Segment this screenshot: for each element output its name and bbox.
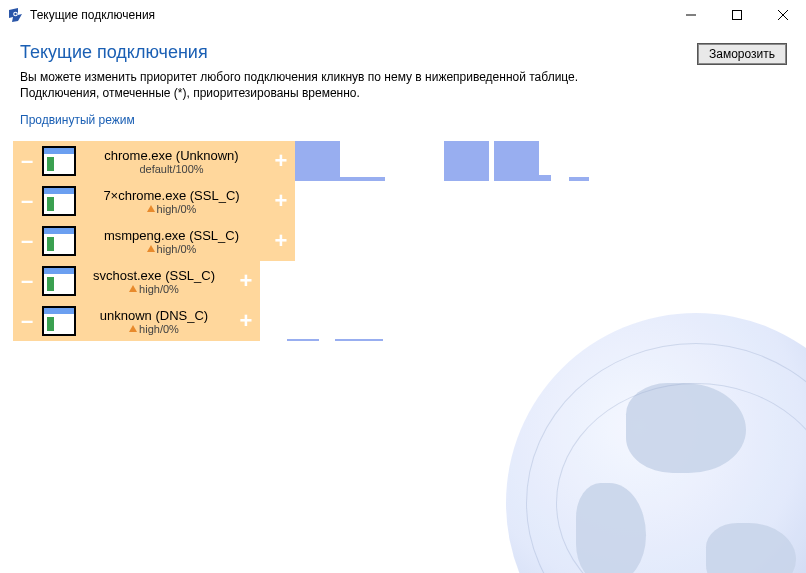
app-window-icon <box>41 181 76 221</box>
priority-down-button[interactable]: – <box>13 261 41 301</box>
connection-name: 7×chrome.exe (SSL_C) <box>103 188 239 203</box>
priority-up-button[interactable]: + <box>267 141 295 181</box>
connection-priority: high/0% <box>147 203 197 215</box>
traffic-bar <box>335 339 383 341</box>
description-line2: Подключения, отмеченные (*), приоритезир… <box>20 86 360 100</box>
priority-up-button[interactable]: + <box>267 221 295 261</box>
connection-label: unknown (DNS_C)high/0% <box>76 301 232 341</box>
connection-controls: –unknown (DNS_C)high/0%+ <box>13 301 260 341</box>
priority-down-button[interactable]: – <box>13 301 41 341</box>
connection-controls: –svchost.exe (SSL_C)high/0%+ <box>13 261 260 301</box>
connection-controls: –7×chrome.exe (SSL_C)high/0%+ <box>13 181 295 221</box>
flame-icon <box>147 205 155 212</box>
flame-icon <box>129 285 137 292</box>
priority-down-button[interactable]: – <box>13 141 41 181</box>
window-controls <box>668 0 806 30</box>
connection-priority: high/0% <box>129 323 179 335</box>
svg-rect-3 <box>733 11 742 20</box>
connection-label: msmpeng.exe (SSL_C)high/0% <box>76 221 267 261</box>
maximize-button[interactable] <box>714 0 760 30</box>
priority-up-button[interactable]: + <box>267 181 295 221</box>
titlebar: Текущие подключения <box>0 0 806 30</box>
flame-icon <box>147 245 155 252</box>
description-line1: Вы можете изменить приоритет любого подк… <box>20 70 578 84</box>
traffic-graph <box>260 261 793 301</box>
connection-row[interactable]: –msmpeng.exe (SSL_C)high/0%+ <box>13 221 793 261</box>
connection-controls: –msmpeng.exe (SSL_C)high/0%+ <box>13 221 295 261</box>
freeze-button[interactable]: Заморозить <box>698 44 786 64</box>
connection-row[interactable]: –chrome.exe (Unknown)default/100%+ <box>13 141 793 181</box>
traffic-bar <box>287 339 319 341</box>
connection-name: msmpeng.exe (SSL_C) <box>104 228 239 243</box>
connection-controls: –chrome.exe (Unknown)default/100%+ <box>13 141 295 181</box>
connection-priority: high/0% <box>129 283 179 295</box>
close-icon <box>778 10 788 20</box>
svg-point-1 <box>14 13 16 15</box>
app-window-icon <box>41 261 76 301</box>
app-window-icon <box>41 221 76 261</box>
minimize-button[interactable] <box>668 0 714 30</box>
connection-row[interactable]: –unknown (DNS_C)high/0%+ <box>13 301 793 341</box>
connection-name: unknown (DNS_C) <box>100 308 208 323</box>
priority-up-button[interactable]: + <box>232 261 260 301</box>
connection-name: chrome.exe (Unknown) <box>104 148 238 163</box>
app-window-icon <box>41 141 76 181</box>
traffic-graph <box>295 181 793 221</box>
traffic-graph <box>295 141 793 181</box>
connection-list: –chrome.exe (Unknown)default/100%+–7×chr… <box>13 141 793 341</box>
traffic-bar <box>444 141 489 181</box>
maximize-icon <box>732 10 742 20</box>
flame-icon <box>129 325 137 332</box>
traffic-bar <box>295 141 340 181</box>
priority-up-button[interactable]: + <box>232 301 260 341</box>
page-title: Текущие подключения <box>20 42 208 63</box>
minimize-icon <box>686 10 696 20</box>
connection-priority: default/100% <box>139 163 203 175</box>
connection-label: svchost.exe (SSL_C)high/0% <box>76 261 232 301</box>
connection-row[interactable]: –svchost.exe (SSL_C)high/0%+ <box>13 261 793 301</box>
connection-label: 7×chrome.exe (SSL_C)high/0% <box>76 181 267 221</box>
window-title: Текущие подключения <box>30 8 155 22</box>
description: Вы можете изменить приоритет любого подк… <box>20 69 580 101</box>
priority-down-button[interactable]: – <box>13 221 41 261</box>
app-icon <box>8 7 24 23</box>
traffic-bar <box>494 141 539 181</box>
content: Текущие подключения Заморозить Вы можете… <box>0 30 806 341</box>
connection-label: chrome.exe (Unknown)default/100% <box>76 141 267 181</box>
connection-priority: high/0% <box>147 243 197 255</box>
traffic-graph <box>295 221 793 261</box>
connection-name: svchost.exe (SSL_C) <box>93 268 215 283</box>
advanced-mode-link[interactable]: Продвинутый режим <box>20 113 135 127</box>
traffic-graph <box>260 301 793 341</box>
app-window-icon <box>41 301 76 341</box>
globe-decoration <box>506 313 806 573</box>
connection-row[interactable]: –7×chrome.exe (SSL_C)high/0%+ <box>13 181 793 221</box>
priority-down-button[interactable]: – <box>13 181 41 221</box>
close-button[interactable] <box>760 0 806 30</box>
